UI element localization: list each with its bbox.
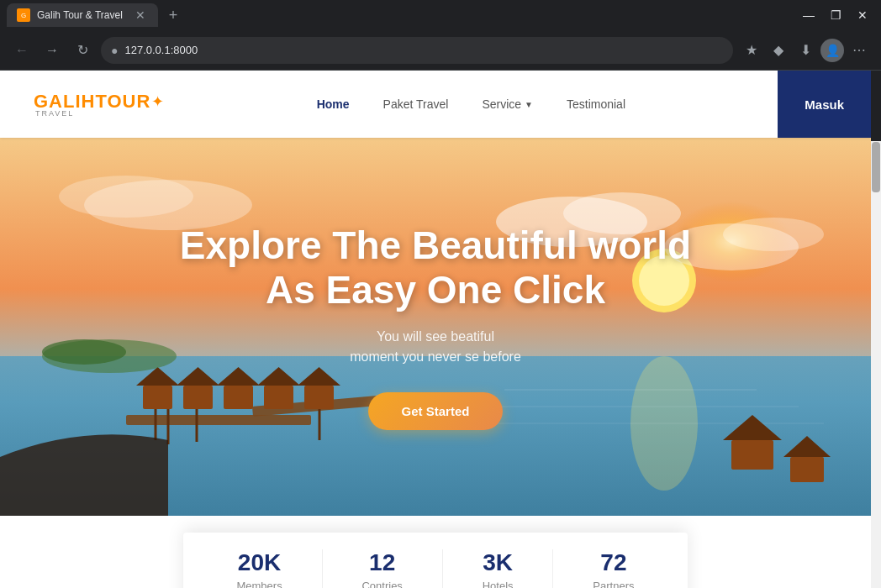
forward-button[interactable]: → <box>40 39 64 62</box>
stat-members-value: 20K <box>236 549 282 576</box>
stat-divider-1 <box>322 549 323 588</box>
url-bar[interactable]: ● 127.0.0.1:8000 <box>101 37 733 64</box>
tab-close-button[interactable]: ✕ <box>133 8 148 23</box>
nav-testimonial-link[interactable]: Testimonial <box>550 97 642 111</box>
profile-button[interactable]: 👤 <box>820 39 844 62</box>
stat-divider-3 <box>552 549 553 588</box>
minimize-button[interactable]: — <box>797 3 820 27</box>
maximize-button[interactable]: ❐ <box>824 3 847 27</box>
stat-partners-label: Partners <box>593 580 634 588</box>
stat-members-label: Members <box>236 580 282 588</box>
stat-hotels-value: 3K <box>483 549 514 576</box>
site-logo: GALIHTOUR ✦ TRAVEL <box>34 91 164 118</box>
nav-service-link[interactable]: Service ▼ <box>465 97 550 111</box>
reload-button[interactable]: ↻ <box>71 39 94 62</box>
stats-container: 20K Members 12 Contries 3K Hotels <box>183 533 688 588</box>
stat-partners-value: 72 <box>593 549 634 576</box>
url-text: 127.0.0.1:8000 <box>124 44 723 56</box>
masuk-button[interactable]: Masuk <box>778 71 871 138</box>
stat-partners: 72 Partners <box>576 549 651 588</box>
title-bar: G Galih Tour & Travel ✕ + — ❐ ✕ <box>0 0 881 30</box>
service-dropdown-arrow: ▼ <box>525 100 533 109</box>
nav-home-link[interactable]: Home <box>300 97 367 111</box>
nav-paket-link[interactable]: Paket Travel <box>367 97 466 111</box>
site-navbar: GALIHTOUR ✦ TRAVEL Home Paket Travel Ser… <box>0 71 871 138</box>
secure-icon: ● <box>111 44 118 57</box>
hero-content: Explore The Beautiful world As Easy One … <box>163 207 708 448</box>
stat-countries-value: 12 <box>361 549 402 576</box>
tab-favicon: G <box>17 8 30 22</box>
logo-sub-text: TRAVEL <box>35 109 164 118</box>
get-started-button[interactable]: Get Started <box>368 392 504 430</box>
back-button[interactable]: ← <box>10 39 34 62</box>
window-controls: — ❐ ✕ <box>797 3 874 27</box>
scrollbar[interactable] <box>871 141 881 588</box>
logo-star-icon: ✦ <box>151 92 164 111</box>
hero-section: Explore The Beautiful world As Easy One … <box>0 138 871 516</box>
stat-hotels: 3K Hotels <box>466 549 530 588</box>
close-window-button[interactable]: ✕ <box>851 3 874 27</box>
tab-bar: G Galih Tour & Travel ✕ + <box>7 3 794 27</box>
stat-countries: 12 Contries <box>345 549 419 588</box>
stat-divider-2 <box>442 549 443 588</box>
scrollbar-thumb[interactable] <box>872 142 880 192</box>
menu-button[interactable]: ⋯ <box>847 39 871 62</box>
hero-subtitle: You will see beatiful moment you never s… <box>180 327 691 367</box>
address-bar: ← → ↻ ● 127.0.0.1:8000 ★ ◆ ⬇ 👤 ⋯ <box>0 30 881 71</box>
bookmark-star-button[interactable]: ★ <box>740 39 763 62</box>
new-tab-button[interactable]: + <box>161 3 185 27</box>
website-content: GALIHTOUR ✦ TRAVEL Home Paket Travel Ser… <box>0 71 871 588</box>
active-tab[interactable]: G Galih Tour & Travel ✕ <box>7 3 158 27</box>
stat-hotels-label: Hotels <box>483 580 514 588</box>
download-button[interactable]: ⬇ <box>794 39 817 62</box>
extensions-button[interactable]: ◆ <box>767 39 790 62</box>
stats-bar: 20K Members 12 Contries 3K Hotels <box>0 516 871 588</box>
page-wrapper: GALIHTOUR ✦ TRAVEL Home Paket Travel Ser… <box>0 71 881 588</box>
nav-links: Home Paket Travel Service ▼ Testimonial <box>300 97 642 111</box>
tab-title: Galih Tour & Travel <box>37 9 126 21</box>
stat-countries-label: Contries <box>361 580 402 588</box>
hero-title: Explore The Beautiful world As Easy One … <box>180 223 691 312</box>
toolbar-actions: ★ ◆ ⬇ 👤 ⋯ <box>740 39 871 62</box>
browser-window: G Galih Tour & Travel ✕ + — ❐ ✕ ← → ↻ ● … <box>0 0 881 588</box>
stat-members: 20K Members <box>219 549 298 588</box>
